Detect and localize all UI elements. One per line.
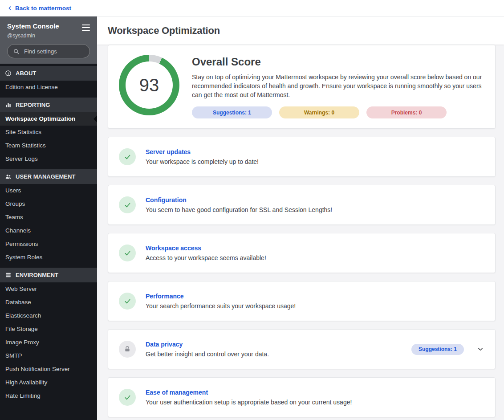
overall-score-title: Overall Score — [192, 56, 484, 68]
sidebar-item-users[interactable]: Users — [0, 184, 97, 197]
suggestions-chip: Suggestions: 1 — [192, 106, 272, 118]
sidebar-item-image-proxy[interactable]: Image Proxy — [0, 336, 97, 349]
score-value: 93 — [139, 75, 159, 95]
card-description: Your user authentication setup is approp… — [146, 399, 352, 406]
sidebar-section-reporting: REPORTING Workspace Optimization Site St… — [0, 98, 97, 166]
card-workspace-access: Workspace access Access to your workspac… — [108, 233, 496, 273]
section-header-environment: ENVIRONMENT — [0, 268, 97, 282]
content-scroll-area[interactable]: 93 Overall Score Stay on top of optimizi… — [97, 45, 504, 420]
check-circle-icon — [119, 245, 136, 261]
sidebar-header: System Console @sysadmin — [0, 16, 97, 64]
sidebar-item-rate-limiting[interactable]: Rate Limiting — [0, 389, 97, 403]
card-title-server-updates[interactable]: Server updates — [146, 148, 259, 155]
section-label: REPORTING — [16, 102, 50, 108]
info-icon — [5, 70, 12, 77]
card-server-updates: Server updates Your workspace is complet… — [108, 137, 496, 177]
back-link-label: Back to mattermost — [15, 5, 71, 12]
sidebar-section-user-management: USER MANAGEMENT Users Groups Teams Chann… — [0, 169, 97, 264]
check-circle-icon — [119, 196, 136, 213]
sidebar-item-database[interactable]: Database — [0, 296, 97, 309]
sidebar-nav: ABOUT Edition and License REPORTING Work… — [0, 64, 97, 420]
sidebar-item-team-statistics[interactable]: Team Statistics — [0, 139, 97, 152]
card-title-performance[interactable]: Performance — [146, 293, 296, 300]
problems-chip: Problems: 0 — [366, 106, 447, 118]
warnings-chip: Warnings: 0 — [279, 106, 359, 118]
search-input[interactable] — [23, 48, 84, 55]
main-panel: Workspace Optimization 93 Overall Score … — [97, 16, 504, 420]
sidebar-item-elasticsearch[interactable]: Elasticsearch — [0, 309, 97, 322]
sidebar-item-push-notification-server[interactable]: Push Notification Server — [0, 363, 97, 376]
check-circle-icon — [119, 293, 136, 310]
sidebar-item-smtp[interactable]: SMTP — [0, 349, 97, 363]
suggestions-chip: Suggestions: 1 — [411, 344, 464, 355]
section-label: ABOUT — [16, 70, 36, 77]
system-console-sidebar: System Console @sysadmin — [0, 16, 97, 420]
chevron-down-icon[interactable] — [476, 345, 484, 353]
bar-chart-icon — [5, 102, 12, 108]
section-header-user-management: USER MANAGEMENT — [0, 169, 97, 184]
card-data-privacy: Data privacy Get better insight and cont… — [108, 329, 496, 369]
card-description: Access to your workspace seems available… — [146, 254, 266, 261]
lock-icon — [119, 341, 136, 358]
score-ring: 93 — [119, 55, 179, 115]
check-circle-icon — [119, 148, 136, 165]
top-bar: Back to mattermost — [0, 0, 504, 16]
card-description: Get better insight and control over your… — [146, 351, 269, 358]
sidebar-item-channels[interactable]: Channels — [0, 224, 97, 237]
sidebar-section-about: ABOUT Edition and License — [0, 66, 97, 94]
sidebar-item-system-roles[interactable]: System Roles — [0, 251, 97, 264]
page-title: Workspace Optimization — [108, 25, 220, 37]
sidebar-item-groups[interactable]: Groups — [0, 197, 97, 211]
section-label: USER MANAGEMENT — [16, 173, 75, 180]
server-stack-icon — [5, 272, 12, 278]
search-icon — [13, 48, 20, 55]
score-chips: Suggestions: 1 Warnings: 0 Problems: 0 — [192, 106, 484, 118]
sidebar-item-workspace-optimization[interactable]: Workspace Optimization — [0, 112, 97, 126]
check-circle-icon — [119, 389, 136, 406]
sidebar-item-permissions[interactable]: Permissions — [0, 237, 97, 251]
section-header-reporting: REPORTING — [0, 98, 97, 112]
section-label: ENVIRONMENT — [16, 272, 58, 278]
find-settings-search[interactable] — [7, 44, 90, 58]
card-description: Your workspace is completely up to date! — [146, 158, 259, 165]
card-description: You seem to have good configuration for … — [146, 206, 332, 213]
card-ease-of-management: Ease of management Your user authenticat… — [108, 377, 496, 417]
back-link[interactable]: Back to mattermost — [7, 5, 71, 12]
sidebar-item-site-statistics[interactable]: Site Statistics — [0, 126, 97, 139]
page-header: Workspace Optimization — [97, 16, 504, 45]
chevron-left-icon — [7, 5, 13, 11]
sidebar-section-environment: ENVIRONMENT Web Server Database Elastics… — [0, 268, 97, 403]
sidebar-item-edition-and-license[interactable]: Edition and License — [0, 81, 97, 94]
card-performance: Performance Your search performance suit… — [108, 281, 496, 321]
card-configuration: Configuration You seem to have good conf… — [108, 185, 496, 225]
card-title-workspace-access[interactable]: Workspace access — [146, 245, 266, 252]
menu-icon[interactable] — [82, 22, 90, 32]
sidebar-title: System Console — [7, 22, 59, 31]
sidebar-item-web-server[interactable]: Web Server — [0, 282, 97, 296]
sidebar-item-server-logs[interactable]: Server Logs — [0, 152, 97, 166]
card-title-data-privacy[interactable]: Data privacy — [146, 341, 269, 348]
sidebar-item-file-storage[interactable]: File Storage — [0, 322, 97, 336]
overall-score-card: 93 Overall Score Stay on top of optimizi… — [108, 45, 496, 129]
card-title-ease-of-management[interactable]: Ease of management — [146, 389, 352, 396]
card-title-configuration[interactable]: Configuration — [146, 196, 332, 204]
sidebar-item-high-availability[interactable]: High Availability — [0, 376, 97, 389]
sidebar-item-teams[interactable]: Teams — [0, 211, 97, 224]
users-icon — [5, 173, 12, 180]
sidebar-username: @sysadmin — [7, 33, 59, 39]
overall-score-description: Stay on top of optimizing your Mattermos… — [192, 73, 482, 99]
card-description: Your search performance suits your works… — [146, 302, 296, 310]
section-header-about: ABOUT — [0, 66, 97, 81]
